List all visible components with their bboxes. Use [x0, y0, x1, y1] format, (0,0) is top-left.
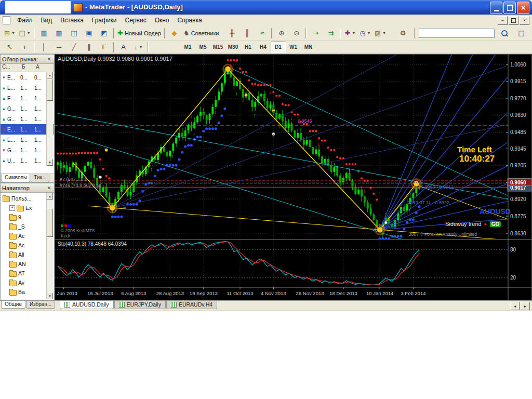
menu-item-5[interactable]: Окно — [151, 16, 174, 25]
scrollbar-thumb[interactable] — [47, 79, 53, 101]
data-window-button[interactable]: ▥ — [51, 27, 66, 39]
menu-item-2[interactable]: Вставка — [56, 16, 88, 25]
timeframe-w1[interactable]: W1 — [286, 42, 301, 53]
new-order-button[interactable]: ✚Новый Ордер — [116, 27, 163, 39]
expert-advisors-icon: ♞ — [183, 29, 190, 37]
text-tool-button[interactable]: A — [116, 41, 131, 54]
menu-item-3[interactable]: Графики — [88, 16, 121, 25]
navigator-item-label: Ex — [25, 205, 32, 211]
trendline-tool-button[interactable]: ╱ — [66, 41, 82, 54]
scroll-up-icon[interactable]: ▲ — [47, 193, 53, 200]
menu-item-0[interactable]: Файл — [13, 16, 37, 25]
chart-tab-label: AUDUSD,Daily — [72, 301, 109, 308]
metaeditor-button[interactable]: ◆ — [167, 27, 182, 39]
market-watch-scrollbar[interactable]: ▲ ▼ — [46, 72, 54, 166]
column-ask[interactable]: А — [34, 64, 54, 72]
timeframe-mn[interactable]: MN — [301, 42, 316, 53]
expand-plus-icon[interactable]: + — [9, 205, 15, 211]
zoom-out-button[interactable]: ⊖ — [289, 27, 304, 39]
scroll-down-icon[interactable]: ▼ — [47, 292, 53, 299]
chart-tab-1[interactable]: EURJPY,Daily — [114, 301, 166, 309]
arrows-tool-button[interactable]: ↓▼ — [131, 41, 146, 54]
svg-text:0.9345: 0.9345 — [510, 146, 526, 152]
bid-cell: 1... — [20, 158, 34, 164]
vertical-line-tool-button[interactable]: │ — [36, 41, 51, 54]
scroll-down-icon[interactable]: ▼ — [47, 159, 53, 166]
column-symbol[interactable]: С... — [1, 64, 20, 72]
strategy-tester-button[interactable]: ◩ — [97, 27, 112, 39]
timeframe-m15[interactable]: M15 — [210, 42, 225, 53]
timeframe-m30[interactable]: M30 — [225, 42, 241, 53]
child-minimize-button[interactable]: – — [498, 16, 508, 25]
price-chart[interactable]: ↑↑↑↑↑↑↑↑↑↑↑↑↑↓↓↓↓↓↓↓↓↓↓1.00600.99150.977… — [55, 54, 532, 300]
chart-shift-button[interactable]: ⇉ — [323, 27, 338, 39]
price-chart-svg[interactable]: ↑↑↑↑↑↑↑↑↑↑↑↑↑↓↓↓↓↓↓↓↓↓↓1.00600.99150.977… — [55, 54, 532, 300]
child-window-icon[interactable] — [3, 16, 10, 24]
restore-button[interactable] — [503, 2, 516, 14]
templates-icon: ▨ — [375, 29, 381, 37]
market-watch-tab-0[interactable]: Символы — [2, 174, 30, 182]
terminal-icon: ▣ — [86, 29, 92, 37]
zoom-in-button[interactable]: ⊕ — [274, 27, 289, 39]
tab-scroll-left-button[interactable]: ◄ — [510, 302, 520, 310]
expert-advisors-button[interactable]: ♞Советники — [182, 27, 220, 39]
tab-scroll-right-button[interactable]: ► — [521, 302, 530, 310]
svg-text:0.9205: 0.9205 — [510, 163, 526, 168]
chart-candles-button[interactable]: ║ — [240, 27, 255, 39]
help-docs-button[interactable]: ▤ — [514, 27, 529, 39]
chart-shift-icon: ⇉ — [328, 29, 334, 37]
menu-item-6[interactable]: Справка — [174, 16, 206, 25]
timeframe-h4[interactable]: H4 — [256, 42, 271, 53]
timeframe-d1[interactable]: D1 — [271, 42, 286, 53]
chart-tab-2[interactable]: EURAUDv,H4 — [166, 301, 217, 309]
crosshair-tool-button[interactable]: + — [17, 41, 32, 54]
settings-button[interactable]: ⚙ — [395, 27, 410, 39]
toolbar1-buttons: ⊞▼▤▼▦▥◫▣◩✚Новый Ордер◆♞Советники╫║≈⊕⊖⇢⇉✚… — [2, 27, 388, 39]
profiles-button[interactable]: ▤▼ — [17, 27, 32, 39]
bottom-left-tab-1[interactable]: Избран... — [26, 301, 55, 309]
templates-button[interactable]: ▨▼ — [373, 27, 388, 39]
scroll-up-icon[interactable]: ▲ — [47, 72, 53, 78]
channel-tool-button[interactable]: ∥ — [82, 41, 97, 54]
horizontal-line-tool-button[interactable]: ─ — [51, 41, 66, 54]
down-arrow-icon: ▼ — [1, 127, 7, 132]
svg-text:6 Aug 2013: 6 Aug 2013 — [121, 290, 146, 296]
market-watch-button[interactable]: ▦ — [36, 27, 51, 39]
gear-icon: ⚙ — [400, 29, 406, 37]
chart-tabs: AUDUSD,DailyEURJPY,DailyEURAUDv,H4 — [56, 301, 217, 309]
svg-text:21 Jun 2013: 21 Jun 2013 — [55, 290, 77, 296]
scrollbar-thumb[interactable] — [47, 208, 53, 237]
menu-item-4[interactable]: Сервис — [121, 16, 151, 25]
terminal-button[interactable]: ▣ — [82, 27, 97, 39]
column-bid[interactable]: Б — [20, 64, 34, 72]
navigator-button[interactable]: ◫ — [66, 27, 82, 39]
market-watch-close-icon[interactable]: ✕ — [46, 57, 52, 62]
svg-text:15 Jul 2013: 15 Jul 2013 — [87, 290, 113, 296]
new-chart-button[interactable]: ⊞▼ — [2, 27, 17, 39]
chart-bars-button[interactable]: ╫ — [224, 27, 240, 39]
timeframe-m1[interactable]: M1 — [180, 42, 195, 53]
fibonacci-tool-button[interactable]: F — [97, 41, 112, 54]
chart-tab-0[interactable]: AUDUSD,Daily — [60, 301, 114, 309]
child-restore-button[interactable] — [509, 16, 518, 25]
symbol-cell: G... — [7, 148, 20, 153]
chart-line-button[interactable]: ≈ — [255, 27, 270, 39]
navigator-close-icon[interactable]: ✕ — [46, 185, 52, 191]
search-input[interactable] — [419, 29, 495, 38]
auto-scroll-button[interactable]: ⇢ — [308, 27, 323, 39]
menu-item-1[interactable]: Вид — [37, 16, 57, 25]
timeframe-m5[interactable]: M5 — [195, 42, 210, 53]
search-button[interactable] — [497, 27, 512, 39]
child-close-button[interactable]: × — [520, 16, 529, 25]
bottom-left-tab-0[interactable]: Общие — [1, 301, 25, 309]
folder-icon — [3, 196, 10, 202]
navigator-scrollbar[interactable]: ▲ ▼ — [46, 193, 54, 299]
periods-button[interactable]: ◷▼ — [357, 27, 373, 39]
minimize-button[interactable] — [490, 2, 502, 14]
cursor-tool-button[interactable]: ↖ — [2, 41, 17, 54]
close-button[interactable]: × — [517, 2, 529, 14]
market-watch-tab-1[interactable]: Тик... — [31, 174, 49, 182]
svg-text:19 Sep 2013: 19 Sep 2013 — [190, 290, 218, 296]
timeframe-h1[interactable]: H1 — [241, 42, 256, 53]
indicators-list-button[interactable]: ✚▼ — [342, 27, 357, 39]
